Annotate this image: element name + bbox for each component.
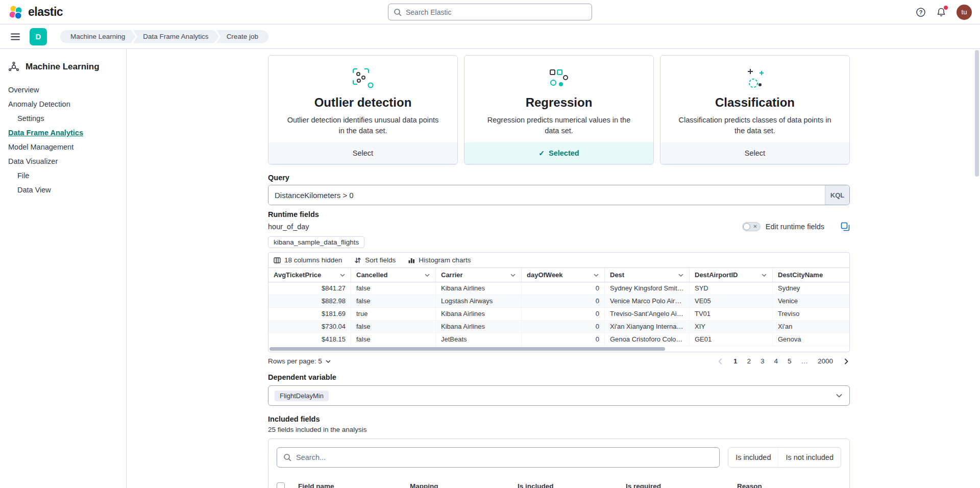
select-classification-button[interactable]: Select xyxy=(660,142,849,164)
global-search[interactable] xyxy=(388,4,592,20)
table-cell[interactable]: $841.27 xyxy=(268,282,351,295)
fields-search-input[interactable] xyxy=(296,453,713,461)
page-4[interactable]: 4 xyxy=(774,357,778,365)
global-search-input[interactable] xyxy=(406,8,586,16)
user-avatar[interactable]: tu xyxy=(957,5,972,20)
page-1[interactable]: 1 xyxy=(733,357,738,365)
table-cell[interactable]: Treviso xyxy=(773,308,849,320)
card-description: Outlier detection identifies unusual dat… xyxy=(278,115,448,136)
copy-json-icon[interactable] xyxy=(841,222,850,231)
table-cell[interactable]: $418.15 xyxy=(268,333,351,346)
table-cell[interactable]: Sydney xyxy=(773,282,849,295)
column-header-carrier[interactable]: Carrier xyxy=(436,268,522,282)
table-cell[interactable]: Venice Marco Polo Airport xyxy=(605,295,690,307)
table-cell[interactable]: Treviso-Sant'Angelo Airport xyxy=(605,308,690,320)
table-cell[interactable]: 0 xyxy=(522,308,605,320)
sidebar-item-data-visualizer[interactable]: Data Visualizer xyxy=(0,154,126,168)
table-cell[interactable]: Kibana Airlines xyxy=(436,321,522,333)
dependent-variable-label: Dependent variable xyxy=(268,373,850,381)
breadcrumb-machine-learning[interactable]: Machine Learning xyxy=(60,30,135,43)
column-header-label: DestCityName xyxy=(778,271,823,279)
table-cell[interactable]: 0 xyxy=(522,333,605,346)
table-cell[interactable]: GE01 xyxy=(690,333,773,346)
column-header-dayofweek[interactable]: dayOfWeek xyxy=(522,268,605,282)
table-cell[interactable]: $730.04 xyxy=(268,321,351,333)
table-cell[interactable]: Xi'an Xianyang Internatio... xyxy=(605,321,690,333)
select-all-checkbox[interactable] xyxy=(277,482,285,488)
table-cell[interactable]: Genoa Cristoforo Colomb... xyxy=(605,333,690,346)
page-last[interactable]: 2000 xyxy=(818,357,833,365)
filter-is-included[interactable]: Is included xyxy=(728,448,778,467)
table-cell[interactable]: Kibana Airlines xyxy=(436,282,522,295)
columns-hidden-label: 18 columns hidden xyxy=(284,256,342,264)
histogram-charts-button[interactable]: Histogram charts xyxy=(408,256,471,264)
toggle-thumb xyxy=(743,223,750,230)
space-avatar[interactable]: D xyxy=(30,28,47,45)
edit-runtime-fields-toggle[interactable] xyxy=(742,222,761,231)
table-cell[interactable]: 0 xyxy=(522,321,605,333)
sidebar-item-data-view[interactable]: Data View xyxy=(0,183,126,197)
table-cell[interactable]: 0 xyxy=(522,295,605,307)
page-scrollbar-thumb[interactable] xyxy=(975,50,979,177)
sidebar-item-overview[interactable]: Overview xyxy=(0,83,126,97)
page-3[interactable]: 3 xyxy=(761,357,765,365)
page-2[interactable]: 2 xyxy=(747,357,751,365)
page-ellipsis: … xyxy=(801,357,808,365)
table-cell[interactable]: TV01 xyxy=(690,308,773,320)
table-cell[interactable]: VE05 xyxy=(690,295,773,307)
next-page-icon[interactable] xyxy=(843,358,850,365)
menu-icon[interactable] xyxy=(5,27,26,47)
table-cell[interactable]: JetBeats xyxy=(436,333,522,346)
table-cell[interactable]: XIY xyxy=(690,321,773,333)
table-cell[interactable]: Kibana Airlines xyxy=(436,308,522,320)
card-classification[interactable]: Classification Classification predicts c… xyxy=(660,55,850,164)
filter-is-not-included[interactable]: Is not included xyxy=(778,448,841,467)
table-cell[interactable]: Venice xyxy=(773,295,849,307)
help-icon[interactable]: ? xyxy=(916,7,926,17)
sidebar-item-anomaly-detection[interactable]: Anomaly Detection xyxy=(0,97,126,111)
sidebar-item-data-frame-analytics[interactable]: Data Frame Analytics xyxy=(0,126,126,140)
breadcrumb-data-frame-analytics[interactable]: Data Frame Analytics xyxy=(133,30,218,43)
column-header-destairportid[interactable]: DestAirportID xyxy=(690,268,773,282)
kql-language-button[interactable]: KQL xyxy=(825,185,849,205)
dependent-variable-select[interactable]: FlightDelayMin xyxy=(268,385,850,406)
runtime-fields-section: Runtime fields hour_of_day Edit runtime … xyxy=(268,210,850,231)
column-header-avgticketprice[interactable]: AvgTicketPrice xyxy=(268,268,351,282)
sidebar-item-file[interactable]: File xyxy=(0,168,126,183)
columns-hidden-button[interactable]: 18 columns hidden xyxy=(274,256,342,264)
table-cell[interactable]: false xyxy=(351,295,436,307)
table-cell[interactable]: $882.98 xyxy=(268,295,351,307)
table-cell[interactable]: 0 xyxy=(522,282,605,295)
sort-fields-button[interactable]: Sort fields xyxy=(354,256,396,264)
sidebar-item-settings[interactable]: Settings xyxy=(0,111,126,126)
table-cell[interactable]: SYD xyxy=(690,282,773,295)
card-title: Classification xyxy=(670,95,840,110)
table-cell[interactable]: Sydney Kingsford Smith I... xyxy=(605,282,690,295)
table-cell[interactable]: true xyxy=(351,308,436,320)
selected-label: Selected xyxy=(549,149,579,157)
rows-per-page-button[interactable]: Rows per page: 5 xyxy=(268,357,331,365)
table-cell[interactable]: Genova xyxy=(773,333,849,346)
horizontal-scrollbar-thumb[interactable] xyxy=(270,347,665,351)
fields-column-field-name: Field name xyxy=(298,482,410,488)
table-cell[interactable]: $181.69 xyxy=(268,308,351,320)
selected-regression-indicator[interactable]: Selected xyxy=(464,142,653,164)
column-header-dest[interactable]: Dest xyxy=(605,268,690,282)
column-header-cancelled[interactable]: Cancelled xyxy=(351,268,436,282)
table-cell[interactable]: Logstash Airways xyxy=(436,295,522,307)
page-5[interactable]: 5 xyxy=(788,357,792,365)
sidebar-item-model-management[interactable]: Model Management xyxy=(0,140,126,154)
table-cell[interactable]: false xyxy=(351,333,436,346)
notifications-bell-icon[interactable] xyxy=(936,7,946,17)
table-cell[interactable]: Xi'an xyxy=(773,321,849,333)
table-cell[interactable]: false xyxy=(351,321,436,333)
select-outlier-detection-button[interactable]: Select xyxy=(268,142,457,164)
card-outlier-detection[interactable]: Outlier detection Outlier detection iden… xyxy=(268,55,458,164)
elastic-logo[interactable]: elastic xyxy=(8,5,126,20)
query-input[interactable] xyxy=(268,185,825,205)
card-regression[interactable]: Regression Regression predicts numerical… xyxy=(464,55,654,164)
table-row: $882.98 false Logstash Airways 0 Venice … xyxy=(268,295,849,308)
column-header-destcityname[interactable]: DestCityName xyxy=(773,268,849,282)
table-cell[interactable]: false xyxy=(351,282,436,295)
fields-search[interactable] xyxy=(277,447,720,468)
